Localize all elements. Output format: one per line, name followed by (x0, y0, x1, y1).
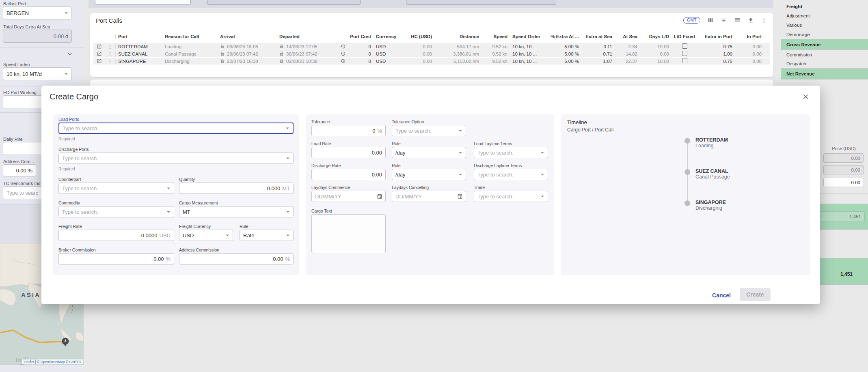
chevron-down-icon (284, 232, 291, 239)
counterpart-label: Counterpart (58, 177, 81, 182)
broker-commission-input[interactable]: 0.00% (58, 253, 174, 264)
trade-select[interactable]: Type to search. (474, 191, 548, 202)
row-menu-icon[interactable]: ⋮ (105, 44, 115, 49)
ld-fixed-checkbox[interactable] (682, 43, 687, 49)
address-commission-input[interactable]: 0.00% (179, 253, 294, 264)
col-port[interactable]: Port (115, 34, 162, 39)
col-departed[interactable]: Departed (277, 34, 338, 39)
col-hc[interactable]: HC (USD) (397, 34, 434, 39)
chevron-down-icon (539, 171, 546, 178)
cell-extra-at-sea: 0.71 (581, 52, 615, 56)
cell-port: SINGAPORE (115, 59, 162, 64)
speed-laden-select[interactable]: 10 kn, 10 MT/d (3, 67, 72, 80)
cargo-text-textarea[interactable] (311, 214, 386, 253)
load-ports-select[interactable]: Type to search. (58, 123, 294, 134)
table-row: ⋮ ROTTERDAM Loading 03/06/23 18:05 14/06… (93, 43, 770, 50)
col-days-ld[interactable]: Days L/D (640, 34, 672, 39)
timeline-dot (684, 138, 690, 144)
col-extra-at-sea[interactable]: Extra at Sea (581, 34, 615, 39)
total-days-extra-label: Total Days Extra At Sea (3, 24, 50, 29)
col-speed[interactable]: Speed (482, 34, 510, 39)
col-extra-in-port[interactable]: Extra in Port (697, 34, 735, 39)
chevron-down-icon (284, 155, 291, 162)
history-icon[interactable] (340, 51, 345, 56)
price-header: Price (USD) (832, 146, 856, 151)
load-rule-select[interactable]: /day (392, 147, 466, 158)
revenue-row-demurrage: Demurrage (781, 30, 868, 39)
open-row-icon[interactable] (97, 58, 102, 64)
laydays-commence-input[interactable]: DD/MM/YY (311, 191, 386, 202)
laydays-cancelling-input[interactable]: DD/MM/YY (392, 191, 466, 202)
laydays-cancelling-label: Laydays Cancelling (392, 185, 429, 190)
ballast-port-select[interactable]: BERGEN (3, 6, 72, 19)
cell-at-sea: 2.34 (615, 44, 640, 49)
ld-fixed-checkbox[interactable] (682, 58, 687, 63)
revenue-row-adjustment: Adjustment (781, 11, 868, 20)
col-reason[interactable]: Reason for Call (162, 34, 218, 39)
row-menu-icon[interactable]: ⋮ (105, 58, 115, 64)
cell-speed: 9.52 kn (482, 44, 510, 49)
col-currency[interactable]: Currency (374, 34, 397, 39)
discharge-rule-select[interactable]: /day (392, 169, 466, 180)
tolerance-option-select[interactable]: Type to search. (392, 125, 466, 136)
cell-pct-extra: 5.00 % (547, 44, 581, 49)
freight-rule-select[interactable]: Rate (240, 230, 294, 241)
address-commission-input[interactable]: 0.00 % (3, 164, 36, 176)
quantity-input[interactable]: 0.000MT (179, 183, 294, 194)
close-icon[interactable] (802, 93, 810, 101)
col-distance[interactable]: Distance (434, 34, 482, 39)
density-icon[interactable] (734, 17, 741, 24)
filter-icon[interactable] (721, 17, 727, 24)
history-icon[interactable] (340, 44, 345, 49)
col-arrival[interactable]: Arrival (218, 34, 277, 39)
columns-icon[interactable] (707, 17, 714, 24)
daily-hire-label: Daily Hire (3, 137, 23, 142)
chevron-down-icon (539, 149, 546, 156)
tolerance-input[interactable]: 0% (311, 125, 386, 136)
commodity-label: Commodity (58, 200, 80, 205)
col-speed-order[interactable]: Speed Order (510, 34, 547, 39)
cell-at-sea: 22.37 (615, 59, 640, 64)
price-input[interactable]: 0.00 (823, 178, 864, 187)
col-port-cost[interactable]: Port Cost (338, 34, 374, 39)
discharge-rate-input[interactable]: 0.00 (311, 169, 386, 180)
cell-extra-in-port: 0.75 (697, 59, 735, 64)
table-header-row: Port Reason for Call Arrival Departed Po… (93, 32, 770, 41)
load-laytime-select[interactable]: Type to search. (474, 147, 548, 158)
map-marker-count[interactable]: 3 (63, 339, 67, 343)
freight-rate-input[interactable]: 0.0000USD (58, 230, 174, 241)
discharge-laytime-select[interactable]: Type to search. (474, 169, 548, 180)
calendar-icon[interactable] (457, 194, 463, 199)
download-icon[interactable] (747, 17, 754, 24)
cell-currency: USD (374, 44, 397, 49)
map-attribution[interactable]: Leaflet | © OpenStreetMap © CARTO (22, 359, 83, 364)
counterpart-select[interactable]: Type to search. (58, 183, 174, 194)
cargo-text-label: Cargo Text (311, 209, 332, 213)
cell-days-ld: 0.00 (640, 52, 672, 56)
cancel-button[interactable]: Cancel (712, 292, 731, 299)
timezone-badge[interactable]: GMT (683, 17, 700, 24)
commodity-select[interactable]: Type to search. (58, 206, 174, 217)
col-in-port[interactable]: In Port (735, 34, 764, 39)
freight-rule-label: Rule (240, 224, 248, 229)
freight-currency-select[interactable]: USD (179, 230, 233, 241)
collapse-chevron-icon[interactable] (66, 50, 73, 58)
cell-extra-at-sea: 1.07 (581, 59, 615, 64)
open-row-icon[interactable] (97, 51, 102, 56)
cell-distance: 5,113.60 nm (434, 59, 482, 64)
row-menu-icon[interactable]: ⋮ (105, 51, 115, 57)
history-icon[interactable] (340, 58, 345, 64)
price-input: 0.00 (823, 165, 864, 174)
col-at-sea[interactable]: At Sea (615, 34, 640, 39)
discharge-ports-select[interactable]: Type to search. (58, 153, 294, 164)
col-ld-fixed[interactable]: L/D Fixed (672, 34, 697, 39)
calendar-icon[interactable] (377, 194, 382, 199)
open-row-icon[interactable] (97, 44, 102, 49)
cargo-measurement-select[interactable]: MT (179, 206, 294, 217)
load-rate-input[interactable]: 0.00 (311, 147, 386, 158)
ld-fixed-checkbox[interactable] (682, 51, 687, 56)
unfold-icon[interactable] (761, 17, 767, 24)
load-rate-label: Load Rate (311, 141, 331, 146)
cell-currency: USD (374, 59, 397, 64)
col-pct-extra[interactable]: % Extra At ... (547, 34, 581, 39)
